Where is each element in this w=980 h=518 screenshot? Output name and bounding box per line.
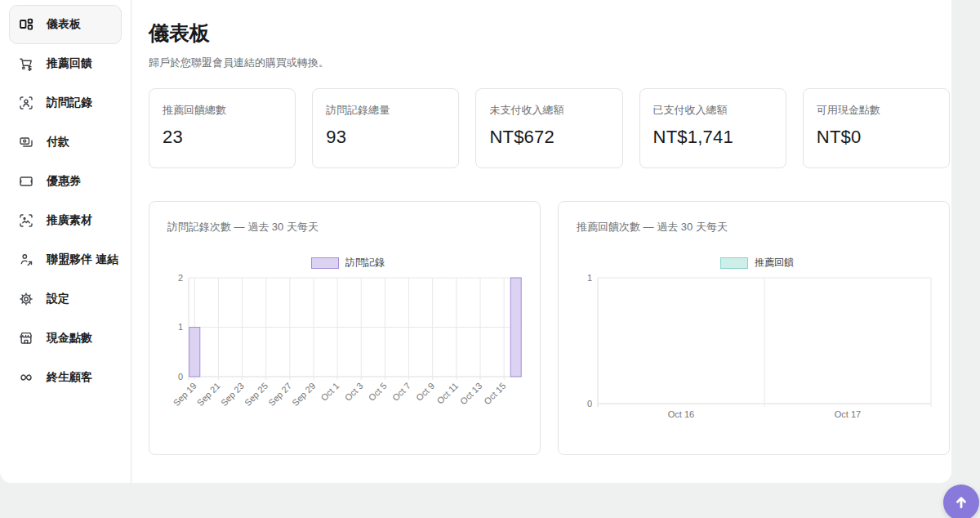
x-axis-tick-label: Oct 5	[367, 381, 389, 403]
stat-label: 推薦回饋總數	[163, 103, 282, 118]
stat-card-available-cash-points: 可用現金點數 NT$0	[803, 88, 950, 168]
stat-value: NT$0	[817, 127, 936, 148]
coupon-icon	[18, 173, 34, 190]
stat-card-unpaid-earnings: 未支付收入總額 NT$672	[475, 88, 622, 168]
sidebar-item-label: 推廣素材	[47, 213, 92, 228]
sidebar-item-label: 優惠券	[47, 174, 81, 189]
bar-oct-16	[510, 278, 521, 377]
sidebar-item-label: 終生顧客	[47, 370, 92, 385]
x-axis-tick-label: Sep 23	[219, 381, 246, 408]
stat-card-referral-total: 推薦回饋總數 23	[149, 88, 296, 168]
infinity-icon	[18, 369, 34, 386]
stat-card-visits-total: 訪問記錄總量 93	[312, 88, 459, 168]
visits-chart-card: 訪問記錄次數 — 過去 30 天每天 訪問記錄 012Sep 19Sep 21S…	[149, 201, 541, 455]
dashboard-icon	[18, 16, 34, 33]
stat-value: NT$1,741	[653, 127, 773, 148]
x-axis-tick-label: Sep 25	[243, 381, 270, 408]
visitor-frame-icon	[18, 95, 34, 111]
x-axis-tick-label: Sep 27	[266, 381, 293, 408]
sidebar-item-settings[interactable]: 設定	[9, 279, 122, 319]
x-axis-tick-label: Sep 19	[172, 381, 198, 408]
stat-card-paid-earnings: 已支付收入總額 NT$1,741	[639, 88, 786, 168]
bar-sep-19	[189, 328, 200, 377]
gear-icon	[18, 291, 34, 307]
y-axis-tick-label: 1	[587, 273, 592, 283]
main-surface: 儀表板 推薦回饋	[0, 0, 951, 483]
x-axis-tick-label: Oct 17	[835, 409, 861, 419]
stat-label: 可用現金點數	[817, 103, 936, 118]
stat-value: 93	[326, 127, 445, 148]
media-frame-icon	[18, 212, 34, 229]
sidebar-item-coupons[interactable]: 優惠券	[9, 162, 122, 201]
sidebar-item-label: 聯盟夥伴 連結	[47, 252, 118, 267]
chart-legend: 訪問記錄	[167, 256, 528, 270]
chart-title: 推薦回饋次數 — 過去 30 天每天	[577, 220, 938, 234]
sidebar-item-label: 付款	[47, 135, 69, 150]
chart-title: 訪問記錄次數 — 過去 30 天每天	[167, 220, 528, 234]
chart-legend: 推薦回饋	[577, 256, 938, 270]
sidebar-item-cash-points[interactable]: 現金點數	[9, 319, 122, 358]
x-axis-tick-label: Oct 7	[390, 381, 412, 403]
cart-dollar-icon	[18, 56, 34, 72]
sidebar-item-marketing-assets[interactable]: 推廣素材	[9, 201, 122, 240]
page-subtitle: 歸戶於您聯盟會員連結的購買或轉換。	[149, 56, 950, 70]
x-axis-tick-label: Sep 21	[195, 381, 222, 408]
stats-row: 推薦回饋總數 23 訪問記錄總量 93 未支付收入總額 NT$672 已支付收入…	[149, 88, 950, 168]
x-axis-tick-label: Oct 11	[434, 381, 460, 406]
visits-bar-chart: 012Sep 19Sep 21Sep 23Sep 25Sep 27Sep 29O…	[167, 273, 528, 422]
referrals-chart-card: 推薦回饋次數 — 過去 30 天每天 推薦回饋 01Oct 16Oct 17	[558, 201, 950, 455]
scroll-to-top-button[interactable]	[943, 485, 979, 518]
sidebar-item-affiliate-links[interactable]: 聯盟夥伴 連結	[9, 240, 122, 279]
stat-value: NT$672	[489, 127, 608, 148]
sidebar-item-label: 設定	[47, 292, 69, 306]
main-content: 儀表板 歸戶於您聯盟會員連結的購買或轉換。 推薦回饋總數 23 訪問記錄總量 9…	[131, 0, 966, 483]
stat-label: 未支付收入總額	[489, 103, 608, 118]
sidebar-item-payments[interactable]: 付款	[9, 123, 122, 162]
payment-cards-icon	[18, 134, 34, 150]
x-axis-tick-label: Oct 1	[318, 381, 341, 403]
legend-label: 訪問記錄	[345, 256, 385, 270]
x-axis-tick-label: Oct 16	[668, 409, 694, 419]
sidebar-item-visits[interactable]: 訪問記錄	[9, 83, 122, 123]
storefront-icon	[18, 330, 34, 346]
y-axis-tick-label: 2	[178, 273, 183, 283]
sidebar-item-label: 儀表板	[47, 17, 81, 32]
sidebar-item-referrals[interactable]: 推薦回饋	[9, 44, 122, 83]
charts-row: 訪問記錄次數 — 過去 30 天每天 訪問記錄 012Sep 19Sep 21S…	[149, 201, 950, 455]
referrals-bar-chart: 01Oct 16Oct 17	[577, 273, 938, 422]
y-axis-tick-label: 0	[178, 372, 183, 382]
stat-label: 已支付收入總額	[653, 103, 773, 118]
legend-swatch	[311, 257, 339, 269]
x-axis-tick-label: Oct 13	[458, 381, 483, 406]
y-axis-tick-label: 0	[587, 399, 592, 409]
sidebar-item-label: 訪問記錄	[47, 96, 92, 110]
sidebar-item-label: 現金點數	[47, 331, 92, 346]
x-axis-tick-label: Sep 29	[290, 381, 317, 408]
y-axis-tick-label: 1	[178, 322, 183, 332]
x-axis-tick-label: Oct 3	[343, 381, 365, 403]
sidebar-item-dashboard[interactable]: 儀表板	[9, 5, 122, 44]
legend-swatch	[720, 257, 748, 269]
sidebar-item-lifetime-customers[interactable]: 終生顧客	[9, 358, 122, 397]
stat-label: 訪問記錄總量	[326, 103, 445, 118]
x-axis-tick-label: Oct 15	[482, 381, 507, 406]
sidebar: 儀表板 推薦回饋	[0, 0, 131, 483]
partner-link-icon	[18, 252, 34, 268]
dashboard-page: { "app": { "background": "#eff1f1", "sur…	[0, 0, 980, 518]
x-axis-tick-label: Oct 9	[414, 381, 436, 403]
sidebar-item-label: 推薦回饋	[47, 56, 92, 71]
page-title: 儀表板	[149, 20, 950, 47]
arrow-up-icon	[952, 493, 970, 511]
stat-value: 23	[163, 127, 282, 148]
legend-label: 推薦回饋	[755, 256, 794, 270]
